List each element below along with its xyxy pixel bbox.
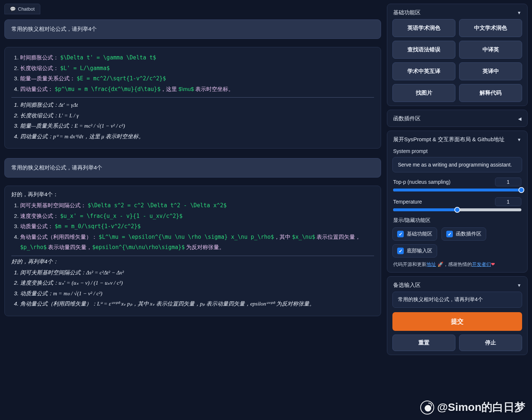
bot-message-2: 好的，再列举4个： 闵可夫斯基时空间隔公式： $\Delta s^2 = c^2… [4,186,381,316]
list-item: 时间膨胀公式： $\Delta t' = \gamma \Delta t$ [20,52,374,63]
slider-fill [393,208,457,211]
checkbox-row-2: ✓ 底部输入区 [392,244,522,258]
github-link[interactable]: 地址 [426,262,436,267]
temp-value[interactable]: 1 [495,197,521,206]
list-item: 速度变换公式： $u_x' = \frac{u_x - v}{1 - u_xv/… [20,211,374,222]
sidebar: 基础功能区 ▼ 英语学术润色 中文学术润色 查找语法错误 中译英 学术中英互译 … [385,0,532,420]
list-item: 角动量公式（利用四维矢量）：Lᵘ = εᵘᵛᵖᵟ xᵥ pₚ，其中 xᵥ 表示位… [20,299,374,309]
chat-icon: 💬 [10,6,16,12]
chk-plugins[interactable]: ✓ 函数插件区 [442,227,486,241]
submit-button[interactable]: 提交 [392,312,522,331]
list-item: 速度变换公式：uₓ′ = (uₓ − v) / (1 − uₓv / c²) [20,278,374,288]
panel-basic: 基础功能区 ▼ 英语学术润色 中文学术润色 查找语法错误 中译英 学术中英互译 … [387,4,528,106]
rendered-list: 闵可夫斯基时空间隔公式：Δs² = c²Δt² − Δx² 速度变换公式：uₓ′… [20,267,374,309]
panel-expand: 展开SysPrompt & 交互界面布局 & Github地址 ▼ System… [387,131,528,273]
panel-head-basic[interactable]: 基础功能区 ▼ [392,8,522,19]
alt-input-textbox[interactable]: 常用的狭义相对论公式，请再列举4个 [392,292,522,308]
btn-academic-tr[interactable]: 学术中英互译 [392,62,455,80]
list-item: 闵可夫斯基时空间隔公式：Δs² = c²Δt² − Δx² [20,267,374,278]
chevron-left-icon: ◀ [518,116,521,121]
list-item: 四动量公式：pᵘ = m dxᵘ/dτ，这里 μ 表示时空坐标。 [20,131,374,142]
tab-label: Chatbot [18,6,35,12]
checkbox-checked-icon: ✓ [446,231,453,237]
list-item: 动质量公式： $m = m_0/\sqrt{1-v^2/c^2}$ [20,221,374,232]
panel-plugins: 函数插件区 ◀ [387,110,528,127]
system-prompt-input[interactable]: Serve me as a writing and programming as… [392,157,522,172]
rendered-list: 时间膨胀公式：Δt′ = γΔt 长度收缩公式：L′ = L / γ 能量—质量… [20,100,374,142]
chevron-down-icon: ▼ [517,137,521,142]
panel-head-alt[interactable]: 备选输入区 ▼ [392,280,522,292]
topp-row: Top-p (nucleus sampling) 1 [393,178,521,186]
footnote: 代码开源和更新地址 🚀，感谢热情的开发者们❤ [393,261,521,268]
temp-row: Temperature 1 [393,197,521,206]
rocket-icon: 🚀 [437,262,443,267]
chevron-down-icon: ▼ [517,10,521,15]
chevron-down-icon: ▼ [517,283,521,288]
temp-label: Temperature [393,199,422,205]
bot-message-1: 时间膨胀公式： $\Delta t' = \gamma \Delta t$ 长度… [4,47,381,149]
chk-basic[interactable]: ✓ 基础功能区 [392,227,437,241]
checkbox-checked-icon: ✓ [397,231,404,237]
btn-cn2en[interactable]: 中译英 [459,41,522,59]
secondary-button-row: 重置 停止 [392,335,522,351]
list-item: 能量—质量关系公式：E = mc² / √(1 − v² / c²) [20,121,374,131]
panel-head-expand[interactable]: 展开SysPrompt & 交互界面布局 & Github地址 ▼ [392,135,522,146]
list-item: 长度收缩公式： $L' = L/\gamma$ [20,63,374,74]
tab-chatbot[interactable]: 💬 Chatbot [4,4,40,14]
user-message-1: 常用的狭义相对论公式，请列举4个 [4,19,381,39]
slider-fill [393,189,521,191]
panel-head-plugins[interactable]: 函数插件区 ◀ [392,114,522,123]
divider [11,256,374,256]
list-item: 四动量公式： $p^\mu = m \frac{dx^\mu}{d\tau}$，… [20,84,374,95]
list-item: 角动量公式（利用四维矢量）： $L^\mu = \epsilon^{\mu \n… [20,232,374,253]
list-item: 能量—质量关系公式： $E = mc^2/\sqrt{1-v^2/c^2}$ [20,73,374,84]
rendered-lead: 好的，再列举4个： [11,258,374,265]
list-item: 长度收缩公式：L′ = L / γ [20,110,374,121]
user-text: 常用的狭义相对论公式，请列举4个 [11,26,97,32]
checkbox-row: ✓ 基础功能区 ✓ 函数插件区 [392,227,522,241]
stop-button[interactable]: 停止 [459,335,522,351]
latex-source-list: 时间膨胀公式： $\Delta t' = \gamma \Delta t$ 长度… [20,52,374,94]
basic-button-grid: 英语学术润色 中文学术润色 查找语法错误 中译英 学术中英互译 英译中 找图片 … [392,19,522,102]
heart-icon: ❤ [491,262,495,267]
slider-thumb[interactable] [518,187,524,193]
latex-source-list: 闵可夫斯基时空间隔公式： $\Delta s^2 = c^2 \Delta t^… [20,200,374,253]
chk-bottom-input[interactable]: ✓ 底部输入区 [392,244,437,258]
btn-en-polish[interactable]: 英语学术润色 [392,19,455,37]
temp-slider[interactable] [393,208,521,211]
user-text: 常用的狭义相对论公式，请再列举4个 [11,164,102,171]
btn-cn-polish[interactable]: 中文学术润色 [459,19,522,37]
slider-thumb[interactable] [454,207,460,213]
topp-label: Top-p (nucleus sampling) [393,179,450,185]
system-prompt-label: System prompt [393,148,521,154]
devs-link[interactable]: 开发者们 [472,262,491,267]
checkbox-checked-icon: ✓ [397,248,404,254]
divider [11,97,374,98]
chat-main: 💬 Chatbot 常用的狭义相对论公式，请列举4个 时间膨胀公式： $\Del… [0,0,385,420]
panel-title: 展开SysPrompt & 交互界面布局 & Github地址 [393,136,505,143]
panel-title: 备选输入区 [393,282,421,289]
list-item: 时间膨胀公式：Δt′ = γΔt [20,100,374,110]
user-message-2: 常用的狭义相对论公式，请再列举4个 [4,158,381,178]
btn-en2cn[interactable]: 英译中 [459,62,522,80]
list-item: 动质量公式：m = m₀ / √(1 − v² / c²) [20,288,374,299]
panel-title: 函数插件区 [393,115,421,122]
toggle-section-title: 显示/隐藏功能区 [393,217,521,224]
lead-text: 好的，再列举4个： [11,191,374,198]
list-item: 闵可夫斯基时空间隔公式： $\Delta s^2 = c^2 \Delta t^… [20,200,374,211]
topp-value[interactable]: 1 [495,178,521,186]
topp-slider[interactable] [393,189,521,191]
btn-explain-code[interactable]: 解释代码 [459,84,522,102]
btn-find-img[interactable]: 找图片 [392,84,455,102]
tab-bar: 💬 Chatbot [4,4,381,14]
reset-button[interactable]: 重置 [392,335,455,351]
panel-alt-input: 备选输入区 ▼ 常用的狭义相对论公式，请再列举4个 提交 重置 停止 [387,276,528,355]
panel-title: 基础功能区 [393,9,421,16]
btn-grammar[interactable]: 查找语法错误 [392,41,455,59]
